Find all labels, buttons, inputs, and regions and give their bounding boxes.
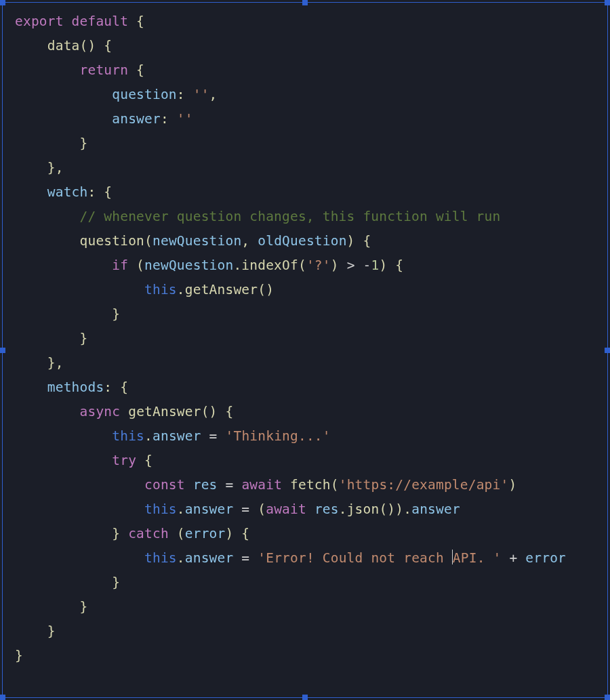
token-op: > — [347, 258, 355, 273]
token-str: 'Thinking...' — [226, 428, 331, 444]
token-pun: . — [177, 550, 185, 566]
code-editor[interactable]: export default { data() { return { quest… — [0, 0, 610, 668]
token-pale — [218, 477, 226, 493]
code-line[interactable]: answer: '' — [15, 111, 193, 127]
token-pun: . — [233, 258, 241, 273]
code-line[interactable]: try { — [15, 453, 152, 468]
token-pun: ( — [298, 258, 306, 273]
token-prop: error — [185, 526, 226, 541]
token-pale — [15, 111, 112, 127]
token-prop: answer — [185, 550, 234, 566]
token-cmt: // whenever question changes, this funct… — [80, 209, 501, 224]
code-line[interactable]: this.answer = 'Error! Could not reach AP… — [15, 550, 566, 566]
token-prop: question — [112, 87, 177, 102]
token-pale — [249, 501, 258, 517]
token-op: + — [509, 550, 517, 566]
token-pun: : — [177, 87, 185, 102]
token-pale — [15, 428, 112, 444]
token-pale — [517, 550, 525, 566]
code-line[interactable]: methods: { — [15, 379, 128, 395]
token-prop: res — [193, 477, 218, 493]
code-line[interactable]: if (newQuestion.indexOf('?') > -1) { — [15, 258, 403, 273]
token-prop: newQuestion — [144, 258, 233, 273]
token-op: = — [225, 477, 233, 493]
token-pale — [15, 184, 47, 200]
code-line[interactable]: question(newQuestion, oldQuestion) { — [15, 233, 371, 249]
token-pale — [169, 111, 177, 127]
token-pale — [15, 526, 112, 541]
code-line[interactable]: this.answer = 'Thinking...' — [15, 428, 331, 444]
token-prop: answer — [112, 111, 161, 127]
token-pale — [233, 477, 241, 493]
token-kw: catch — [128, 526, 169, 541]
token-prop: watch — [47, 184, 88, 200]
token-pale — [15, 62, 80, 78]
token-pun: { — [136, 453, 152, 468]
token-pale — [233, 550, 241, 566]
token-pun: } — [80, 599, 88, 615]
code-line[interactable]: } — [15, 331, 87, 346]
token-pale — [218, 428, 226, 444]
code-line[interactable]: } — [15, 575, 120, 590]
token-prop: answer — [411, 501, 460, 517]
token-kw2: this — [144, 282, 177, 297]
code-line[interactable]: return { — [15, 62, 144, 78]
token-pale — [501, 550, 509, 566]
token-kw: async — [80, 404, 121, 419]
token-pun: () { — [201, 404, 234, 419]
token-pun: . — [177, 282, 185, 297]
token-pun: ( — [169, 526, 185, 541]
token-pale — [120, 404, 128, 419]
token-pale — [15, 599, 80, 615]
code-line[interactable]: } catch (error) { — [15, 526, 249, 541]
resize-handle-bottom-left-icon[interactable] — [0, 695, 5, 700]
resize-handle-bottom-middle-icon[interactable] — [302, 695, 308, 700]
token-pun: } — [112, 306, 120, 322]
code-line[interactable]: } — [15, 599, 87, 615]
token-pale — [233, 501, 241, 517]
token-pale — [15, 404, 80, 419]
token-kw2: this — [144, 501, 177, 517]
token-pun: . — [177, 501, 185, 517]
token-fn: json — [347, 501, 380, 517]
code-line[interactable]: export default { — [15, 14, 144, 29]
token-kw: if — [112, 258, 128, 273]
token-pale — [15, 453, 112, 468]
code-line[interactable]: async getAnswer() { — [15, 404, 233, 419]
token-pale — [282, 477, 290, 493]
token-pale — [15, 87, 112, 102]
code-line[interactable]: const res = await fetch('https://example… — [15, 477, 516, 493]
token-pun: ) — [508, 477, 516, 493]
code-line[interactable]: data() { — [15, 38, 112, 54]
token-pun: { — [128, 62, 144, 78]
code-line[interactable]: // whenever question changes, this funct… — [15, 209, 500, 224]
code-line[interactable]: this.answer = (await res.json()).answer — [15, 501, 460, 517]
token-pun: }, — [47, 160, 64, 176]
token-kw2: this — [144, 550, 177, 566]
token-str: API. ' — [453, 550, 502, 566]
code-line[interactable]: } — [15, 306, 120, 322]
token-pun: ) { — [347, 233, 371, 249]
code-line[interactable]: question: '', — [15, 87, 218, 102]
code-line[interactable]: } — [15, 136, 87, 151]
token-pale — [185, 87, 193, 102]
token-prop: error — [525, 550, 566, 566]
token-pale — [201, 428, 209, 444]
token-pun: } — [15, 648, 23, 663]
token-pun: . — [144, 428, 152, 444]
code-line[interactable]: watch: { — [15, 184, 112, 200]
token-pun: }, — [47, 355, 64, 371]
code-line[interactable]: } — [15, 623, 56, 639]
token-pun: } — [112, 575, 120, 590]
token-pale — [15, 160, 47, 176]
code-line[interactable]: }, — [15, 160, 64, 176]
code-line[interactable]: } — [15, 648, 23, 663]
token-op: = — [209, 428, 218, 444]
code-line[interactable]: this.getAnswer() — [15, 282, 274, 297]
token-pun: } — [47, 623, 56, 639]
token-pale — [249, 550, 258, 566]
token-pun: } — [80, 136, 88, 151]
token-pun: ( — [144, 233, 152, 249]
resize-handle-bottom-right-icon[interactable] — [605, 695, 610, 700]
code-line[interactable]: }, — [15, 355, 64, 371]
